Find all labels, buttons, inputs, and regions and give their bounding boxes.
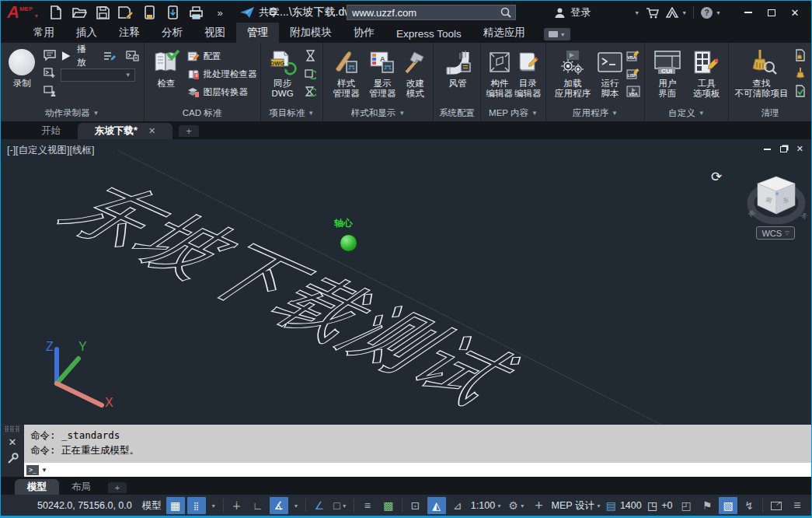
tab-addins[interactable]: 附加模块 xyxy=(279,23,343,43)
panel-title-styles-display[interactable]: 样式和显示▼ xyxy=(323,105,433,121)
renovation-mode-button[interactable]: 改建模式 xyxy=(401,46,430,99)
open-file-button[interactable] xyxy=(71,5,87,20)
tab-layout[interactable]: 布局 xyxy=(59,479,103,495)
pause-for-input-button[interactable] xyxy=(42,83,58,99)
chevron-down-icon[interactable]: ▼ xyxy=(41,467,47,474)
insert-base-point-button[interactable] xyxy=(42,65,58,81)
polar-dropdown[interactable]: ▼ xyxy=(291,497,301,514)
recent-commands-icon[interactable]: >_ xyxy=(26,465,39,475)
object-snap-tracking-toggle[interactable]: ∠ xyxy=(310,497,329,514)
close-tab-icon[interactable]: ✕ xyxy=(148,126,155,136)
annotation-monitor-button[interactable]: ⚑ xyxy=(698,497,716,514)
viewport-close-button[interactable]: ✕ xyxy=(796,144,803,154)
polar-tracking-toggle[interactable]: ∡ xyxy=(270,497,288,514)
tab-collaborate[interactable]: 协作 xyxy=(343,23,385,43)
viewport-menu[interactable]: [-][自定义视图][线框] xyxy=(7,145,95,156)
selection-cycling-toggle[interactable]: ⊡ xyxy=(406,497,425,514)
grid-toggle[interactable]: ▦ xyxy=(166,497,185,514)
tab-featured-apps[interactable]: 精选应用 xyxy=(472,23,536,43)
workspace-settings-button[interactable]: ⚙▼ xyxy=(506,497,527,514)
check-standards-button[interactable]: 检查 xyxy=(149,46,184,89)
run-vba-macro-button[interactable]: VBA xyxy=(626,83,641,99)
panel-title-cleanup[interactable]: 清理 xyxy=(729,105,811,121)
crosshair-button[interactable]: + xyxy=(530,497,549,514)
new-drawing-tab-button[interactable]: + xyxy=(179,125,199,137)
sign-in-button[interactable]: 登录 ▼ xyxy=(554,5,639,19)
catalog-editor-button[interactable]: 目录编辑器 xyxy=(514,46,542,99)
save-to-web-mobile-button[interactable] xyxy=(165,5,180,20)
save-as-button[interactable] xyxy=(118,5,134,20)
tab-home[interactable]: 常用 xyxy=(23,23,65,43)
ribbon-display-toggle[interactable]: ▼ xyxy=(544,28,570,40)
panel-title-applications[interactable]: 应用程序▼ xyxy=(546,105,644,121)
audit-button[interactable] xyxy=(793,83,808,99)
purge-button[interactable] xyxy=(793,47,808,63)
drawing-viewport[interactable]: 东坡下载测试 轴心 [-][自定义视图][线框] ✕ ⟳ 南 东 南 东 WCS… xyxy=(1,139,811,425)
3d-object-snap-toggle[interactable]: ◭ xyxy=(427,497,446,514)
action-macro-combobox[interactable]: ▼ xyxy=(61,68,135,82)
record-button[interactable]: 录制 xyxy=(5,46,39,89)
customization-menu-button[interactable]: ≡ xyxy=(788,497,807,514)
transparency-toggle[interactable]: ▩ xyxy=(379,497,398,514)
tab-start[interactable]: 开始 xyxy=(24,123,78,139)
model-space-button[interactable]: 模型 xyxy=(140,497,164,514)
viewport-restore-button[interactable] xyxy=(780,146,787,152)
plot-button[interactable] xyxy=(188,5,204,20)
new-layout-button[interactable]: + xyxy=(108,482,127,493)
ortho-toggle[interactable]: ∟ xyxy=(249,497,267,514)
configure-standards-button[interactable]: 配置 xyxy=(187,48,257,65)
infer-constraints-toggle[interactable]: ∔ xyxy=(228,497,246,514)
qat-more-button[interactable]: » xyxy=(211,5,227,20)
panel-title-project-standards[interactable]: 项目标准▼ xyxy=(261,105,322,121)
panel-title-mep-content[interactable]: MEP 内容▼ xyxy=(481,105,545,121)
tab-drawing[interactable]: 东坡下载* ✕ xyxy=(78,123,173,139)
manage-action-macros-button[interactable] xyxy=(125,48,140,64)
visual-basic-editor-button[interactable]: VBA xyxy=(626,47,641,63)
workspace-dropdown[interactable]: MEP 设计▼ xyxy=(551,497,602,514)
search-button[interactable] xyxy=(497,5,515,19)
close-button[interactable]: ✕ xyxy=(785,4,805,21)
batch-standards-checker-button[interactable]: 批处理检查器 xyxy=(187,66,257,82)
autodesk-account-button[interactable]: ▼ xyxy=(665,7,687,18)
app-menu-button[interactable]: A MEP ▼ xyxy=(7,4,39,21)
user-interface-button[interactable]: CUI 用户界面 xyxy=(650,46,685,99)
find-non-purgeable-button[interactable]: 查找不可清除项目 xyxy=(734,46,789,99)
minimize-button[interactable] xyxy=(738,4,758,21)
isolate-objects-button[interactable]: ◰ xyxy=(677,497,695,514)
save-button[interactable] xyxy=(95,5,110,20)
object-snap-toggle[interactable]: □▼ xyxy=(331,497,350,514)
layer-translator-button[interactable]: 图层转换器 xyxy=(187,84,257,100)
sync-dwg-button[interactable]: DWG 同步DWG xyxy=(266,46,300,99)
search-input[interactable] xyxy=(347,7,497,19)
panel-title-cad-standards[interactable]: CAD 标准 xyxy=(145,105,260,121)
clean-screen-button[interactable] xyxy=(767,497,786,514)
style-manager-button[interactable]: 样式管理器 xyxy=(328,46,364,99)
tool-palettes-button[interactable]: 工具选项板 xyxy=(688,46,725,99)
help-button[interactable]: ? ▼ xyxy=(700,6,721,19)
new-file-button[interactable] xyxy=(48,5,64,20)
view-cube[interactable]: 南 东 南 东 xyxy=(743,170,810,226)
drag-handle-icon[interactable]: ⣿⣿⣿ xyxy=(5,427,21,432)
tab-express-tools[interactable]: Express Tools xyxy=(385,25,472,43)
wrench-icon[interactable] xyxy=(7,453,19,464)
tab-manage[interactable]: 管理 xyxy=(236,23,279,43)
load-application-button[interactable]: 加载应用程序 xyxy=(551,46,594,99)
display-manager-button[interactable]: A 显示管理器 xyxy=(364,46,401,99)
orbit-icon[interactable]: ⟳ xyxy=(711,169,722,185)
tab-view[interactable]: 视图 xyxy=(193,23,236,43)
content-editor-button[interactable]: 构件编辑器 xyxy=(486,46,514,99)
app-store-button[interactable] xyxy=(646,7,659,19)
hatch-display-button[interactable]: ▧ xyxy=(719,497,737,514)
snap-dropdown[interactable]: ▼ xyxy=(208,497,219,514)
annotation-scale-dropdown[interactable]: 1:100▼ xyxy=(469,497,504,514)
graphics-performance-button[interactable]: ↯ xyxy=(740,497,758,514)
run-script-button[interactable]: 运行脚本 xyxy=(596,46,624,99)
panel-title-system-configuration[interactable]: 系统配置 xyxy=(434,105,480,121)
duct-button[interactable]: 风管 xyxy=(438,46,477,89)
insert-message-button[interactable] xyxy=(42,47,58,63)
panel-title-customization[interactable]: 自定义▼ xyxy=(645,105,728,121)
audit-standards-button[interactable] xyxy=(303,83,319,99)
snap-toggle[interactable]: ⣿ xyxy=(187,497,206,514)
visual-lisp-editor-button[interactable]: LISP xyxy=(626,65,641,81)
configure-project-standards-button[interactable] xyxy=(303,47,319,63)
